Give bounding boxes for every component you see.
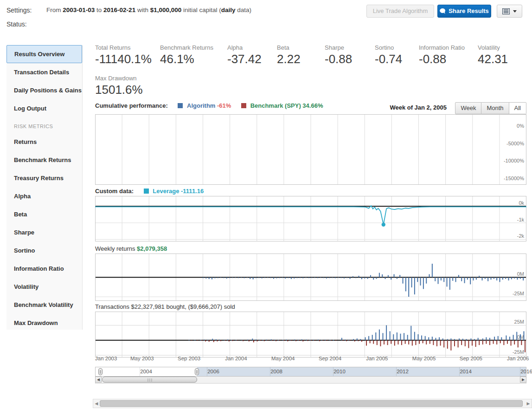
navigator-year-label: 2010 <box>333 369 346 374</box>
stat-label: Sharpe <box>325 44 352 51</box>
leverage-legend-swatch <box>144 189 149 194</box>
stat-alpha: Alpha-37.42 <box>227 44 262 66</box>
selected-week-label: Week of Jan 2, 2005 <box>390 104 447 111</box>
svg-text:-15000%: -15000% <box>504 176 524 181</box>
range-button-month[interactable]: Month <box>481 102 509 114</box>
navigator-right-handle[interactable] <box>195 368 199 375</box>
stat-value: -11140.1% <box>95 52 152 66</box>
navigator-scrollbar[interactable]: ◀ ▶ <box>95 377 526 384</box>
risk-metrics-section-label: RISK METRICS <box>6 117 82 133</box>
stat-sharpe: Sharpe-0.88 <box>325 44 352 66</box>
stat-value: 2.22 <box>277 52 301 66</box>
navigator-year-label: 2012 <box>397 369 409 374</box>
stat-value: 46.1% <box>160 52 213 66</box>
navigator-unselected-mask[interactable] <box>197 367 526 376</box>
stat-beta: Beta2.22 <box>277 44 301 66</box>
stat-label: Volatility <box>478 44 508 51</box>
sidebar-item-benchmark-volatility[interactable]: Benchmark Volatility <box>6 296 82 314</box>
range-button-all[interactable]: All <box>509 102 526 114</box>
cumulative-performance-chart[interactable]: 0%-5000%-10000%-15000% <box>95 114 526 185</box>
stat-label: Max Drawdown <box>95 75 143 82</box>
grip-icon <box>147 378 152 382</box>
navigator-year-label: 2016 <box>520 369 532 374</box>
svg-text:25M: 25M <box>514 319 524 325</box>
navigator-year-label: 2006 <box>207 369 219 374</box>
cumulative-legend-row: Cumulative performance: Algorithm -61% B… <box>95 102 526 114</box>
sidebar-item-beta[interactable]: Beta <box>6 205 82 223</box>
svg-text:-5000%: -5000% <box>506 141 524 146</box>
custom-data-title: Custom data: <box>95 188 134 195</box>
benchmark-legend-label[interactable]: Benchmark (SPY) 34.66% <box>250 102 323 109</box>
sidebar-item-daily-positions-gains[interactable]: Daily Positions & Gains <box>6 81 82 99</box>
weekly-returns-chart[interactable]: 0M-25M <box>95 254 526 301</box>
svg-text:0k: 0k <box>519 200 524 206</box>
start-date: 2003-01-03 <box>63 7 95 13</box>
sidebar-item-log-output[interactable]: Log Output <box>6 99 82 117</box>
stat-value: -0.74 <box>375 52 402 66</box>
navigator-year-label: 2008 <box>270 369 282 374</box>
sidebar-item-max-drawdown[interactable]: Max Drawdown <box>6 314 82 332</box>
stat-label: Benchmark Returns <box>160 44 213 51</box>
stat-label: Sortino <box>375 44 402 51</box>
scroll-left-arrow[interactable]: ◀ <box>95 377 102 383</box>
range-button-week[interactable]: Week <box>455 102 481 114</box>
navigator-left-handle[interactable] <box>98 368 103 375</box>
sidebar-item-results-overview[interactable]: Results Overview <box>6 45 82 63</box>
x-axis-label: Sep 2004 <box>319 356 341 361</box>
sidebar-item-transaction-details[interactable]: Transaction Details <box>6 63 82 81</box>
sidebar-item-alpha[interactable]: Alpha <box>6 187 82 205</box>
results-overview-panel: Total Returns-11140.1%Benchmark Returns4… <box>95 0 526 410</box>
scroll-right-arrow[interactable]: ▶ <box>520 377 526 383</box>
stat-benchmark-returns: Benchmark Returns46.1% <box>160 44 213 66</box>
benchmark-legend-swatch <box>241 103 246 108</box>
svg-text:-25M: -25M <box>513 349 524 355</box>
x-axis-label: Sep 2003 <box>178 356 200 361</box>
svg-text:-10000%: -10000% <box>504 158 524 163</box>
x-axis-label: Jan 2005 <box>366 356 388 361</box>
x-axis-label: May 2003 <box>130 356 154 361</box>
sidebar-item-sortino[interactable]: Sortino <box>6 241 82 260</box>
svg-text:0M: 0M <box>517 271 524 277</box>
range-navigator[interactable]: 2004200620082010201220142016 <box>95 367 526 377</box>
stat-information-ratio: Information Ratio-0.88 <box>419 44 465 66</box>
stat-value: 1501.6% <box>95 83 143 97</box>
svg-text:-2k: -2k <box>517 233 525 239</box>
sidebar-item-sharpe[interactable]: Sharpe <box>6 223 82 241</box>
leverage-legend-label[interactable]: Leverage -1111.16 <box>153 188 204 195</box>
weekly-returns-row: Weekly returns $2,079,358 <box>95 245 167 252</box>
page-horizontal-scrollbar[interactable]: ◀ ▶ <box>93 399 532 408</box>
stat-label: Total Returns <box>95 44 152 51</box>
custom-data-row: Custom data: Leverage -1111.16 <box>95 188 204 195</box>
stat-value: -0.88 <box>325 52 352 66</box>
transactions-chart[interactable]: 25M0M-25M <box>95 312 526 358</box>
weekly-returns-title: Weekly returns <box>95 245 137 252</box>
stat-value: -0.88 <box>419 52 465 66</box>
algorithm-legend-swatch <box>178 103 183 108</box>
weekly-returns-value: $2,079,358 <box>137 245 167 252</box>
x-axis-label: May 2004 <box>271 356 295 361</box>
page-scroll-thumb[interactable] <box>100 400 523 407</box>
svg-text:0%: 0% <box>517 123 524 129</box>
navigator-scroll-thumb[interactable] <box>102 377 197 383</box>
x-axis-label: Jan 2006 <box>507 356 529 361</box>
stat-sortino: Sortino-0.74 <box>375 44 402 66</box>
settings-label: Settings: <box>6 7 32 14</box>
sidebar-item-returns[interactable]: Returns <box>6 133 82 151</box>
sidebar-nav: Results OverviewTransaction DetailsDaily… <box>6 45 83 330</box>
leverage-chart[interactable]: 0k-1k-2k <box>95 196 526 241</box>
page-scroll-right-arrow[interactable]: ▶ <box>526 400 531 407</box>
backtest-results-page: Settings: Status: From 2003-01-03 to 201… <box>0 0 532 410</box>
stat-volatility: Volatility42.31 <box>478 44 508 66</box>
page-scroll-left-arrow[interactable]: ◀ <box>94 400 99 407</box>
algorithm-legend-label[interactable]: Algorithm <box>187 102 215 109</box>
stat-total-returns: Total Returns-11140.1% <box>95 44 152 66</box>
sidebar-item-benchmark-returns[interactable]: Benchmark Returns <box>6 151 82 169</box>
time-axis-labels: Jan 2003May 2003Sep 2003Jan 2004May 2004… <box>95 356 526 362</box>
sidebar-item-information-ratio[interactable]: Information Ratio <box>6 260 82 278</box>
x-axis-label: Jan 2003 <box>95 356 117 361</box>
stat-value: -37.42 <box>227 52 262 66</box>
sidebar-item-volatility[interactable]: Volatility <box>6 278 82 296</box>
sidebar-item-treasury-returns[interactable]: Treasury Returns <box>6 169 82 187</box>
cumulative-performance-title: Cumulative performance: <box>95 102 168 109</box>
algorithm-legend-value: -61% <box>217 102 231 109</box>
